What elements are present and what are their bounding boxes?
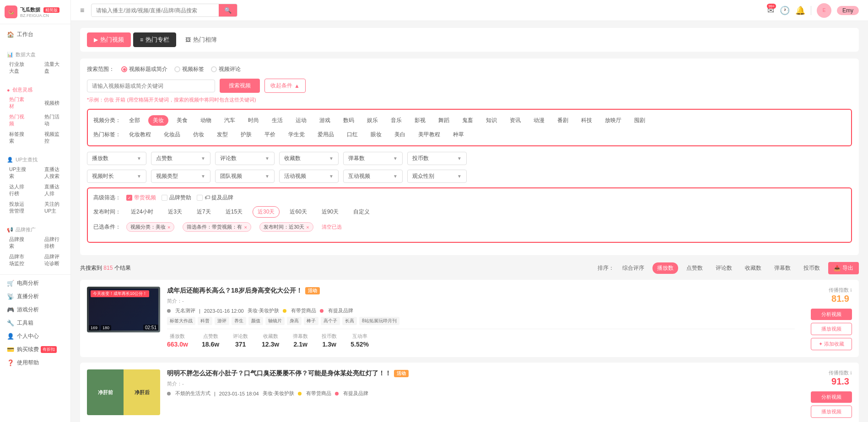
cat-item-digital[interactable]: 数码 — [339, 115, 359, 126]
tag-eye-makeup[interactable]: 眼妆 — [366, 129, 386, 140]
global-search-input[interactable] — [92, 5, 219, 16]
cat-item-car[interactable]: 汽车 — [220, 115, 240, 126]
time-60d[interactable]: 近60天 — [285, 207, 311, 217]
filter-audience-gender[interactable]: 观众性别 ▼ — [407, 170, 467, 183]
sidebar-item-brand-monitor[interactable]: 品牌市场监控 — [0, 251, 35, 269]
cat-item-sport[interactable]: 运动 — [291, 115, 311, 126]
sidebar-item-up-rank[interactable]: 达人排行榜 — [0, 182, 35, 199]
sidebar-item-brand-rank[interactable]: 品牌行排榜 — [35, 234, 70, 251]
condition-remove-time[interactable]: × — [306, 224, 309, 230]
cat-item-all[interactable]: 全部 — [124, 115, 145, 126]
video-thumb-1[interactable]: 今天改变！成年再长10公分！ 169 180 02:51 — [87, 287, 160, 332]
sidebar-item-data[interactable]: 📊 数据大盘 — [0, 48, 70, 59]
export-button[interactable]: 📥 导出 — [828, 262, 859, 274]
sort-comment[interactable]: 评论数 — [711, 262, 737, 274]
tag-favorites[interactable]: 爱用品 — [313, 129, 339, 140]
tag-nail-tutorial[interactable]: 美甲教程 — [414, 129, 445, 140]
sidebar-item-follow-up[interactable]: 关注的UP主 — [35, 199, 70, 216]
filter-duration[interactable]: 视频时长 ▼ — [87, 170, 146, 183]
keyword-input[interactable] — [87, 80, 215, 92]
sidebar-item-industry[interactable]: 行业放大盘 — [0, 59, 35, 76]
sidebar-item-brand[interactable]: 📢 品牌推广 — [0, 224, 70, 234]
filter-bullet-count[interactable]: 弹幕数 ▼ — [343, 152, 403, 165]
condition-remove-cat[interactable]: × — [167, 224, 170, 230]
analyze-video-btn-1[interactable]: 分析视频 — [811, 309, 852, 320]
collapse-button[interactable]: 收起条件 ▲ — [264, 79, 306, 93]
sidebar-item-video-rank[interactable]: 视频榜 — [35, 94, 70, 112]
tag-whitening[interactable]: 美白 — [390, 129, 410, 140]
cat-item-fashion[interactable]: 时尚 — [243, 115, 264, 126]
cat-item-life[interactable]: 生活 — [267, 115, 287, 126]
sidebar-item-creative[interactable]: ● 创意灵感 — [0, 84, 70, 94]
cat-item-food[interactable]: 美食 — [172, 115, 192, 126]
checkbox-品牌赞助[interactable]: 品牌赞助 — [162, 194, 191, 202]
time-3d[interactable]: 近3天 — [163, 207, 187, 217]
sidebar-item-tools[interactable]: 🔧 工具箱 — [0, 316, 70, 330]
cat-item-beauty[interactable]: 美妆 — [148, 115, 168, 126]
video-thumb-2[interactable]: 净肝前 净肝后 — [87, 369, 160, 415]
sort-play[interactable]: 播放数 — [652, 262, 678, 274]
add-collect-btn-1[interactable]: ✦ 添加收藏 — [811, 338, 852, 350]
tab-hot-special[interactable]: ≡ 热门专栏 — [133, 32, 176, 47]
scope-radio-title[interactable]: 视频标题或简介 — [121, 65, 167, 73]
tag-cosmetics[interactable]: 化妆品 — [159, 129, 185, 140]
time-7d[interactable]: 近7天 — [192, 207, 216, 217]
tag-makeup-tutorial[interactable]: 化妆教程 — [124, 129, 156, 140]
tag-skincare[interactable]: 护肤 — [236, 129, 256, 140]
sidebar-item-traffic[interactable]: 流量大盘 — [35, 59, 70, 76]
time-90d[interactable]: 近90天 — [317, 207, 343, 217]
sidebar-item-live[interactable]: 📡 直播分析 — [0, 290, 70, 303]
filter-video-type[interactable]: 视频类型 ▼ — [151, 170, 210, 183]
condition-remove-carry[interactable]: × — [244, 224, 247, 230]
mail-icon[interactable]: ✉ 99+ — [767, 5, 774, 16]
tab-hot-video[interactable]: ▶ 热门视频 — [87, 32, 131, 47]
search-video-button[interactable]: 搜索视频 — [220, 79, 260, 93]
cat-item-cinema[interactable]: 放映厅 — [600, 115, 626, 126]
cat-item-bangumi[interactable]: 番剧 — [553, 115, 573, 126]
sidebar-item-live-search[interactable]: 直播达人搜索 — [35, 164, 70, 182]
hamburger-menu[interactable]: ≡ — [80, 6, 84, 15]
sidebar-item-video-monitor[interactable]: 视频监控 — [35, 129, 70, 146]
tag-cosplay[interactable]: 仿妆 — [189, 129, 209, 140]
cat-item-music[interactable]: 音乐 — [386, 115, 406, 126]
filter-activity-video[interactable]: 活动视频 ▼ — [279, 170, 339, 183]
bell-icon[interactable]: 🔔 — [795, 5, 805, 16]
time-custom[interactable]: 自定义 — [349, 207, 374, 217]
tag-student[interactable]: 学生党 — [284, 129, 309, 140]
time-30d[interactable]: 近30天 — [253, 206, 280, 218]
clock-icon[interactable]: 🕐 — [780, 5, 790, 16]
tag-grass[interactable]: 种草 — [448, 129, 469, 140]
sidebar-item-game[interactable]: 🎮 游戏分析 — [0, 303, 70, 316]
sidebar-item-up-search[interactable]: UP主搜索 — [0, 164, 35, 182]
sort-bullet[interactable]: 弹幕数 — [770, 262, 795, 274]
sidebar-item-workbench[interactable]: 🏠 工作台 — [0, 28, 70, 41]
checkbox-提及品牌[interactable]: 🏷 提及品牌 — [197, 194, 233, 202]
play-video-btn-2[interactable]: 播放视频 — [811, 406, 852, 418]
filter-team-video[interactable]: 团队视频 ▼ — [215, 170, 275, 183]
scope-radio-comment[interactable]: 视频评论 — [211, 65, 241, 73]
sidebar-item-help[interactable]: ❓ 使用帮助 — [0, 356, 70, 369]
cat-item-knowledge[interactable]: 知识 — [481, 115, 501, 126]
sidebar-item-hot-material[interactable]: 热门素材 — [0, 94, 35, 112]
sort-coin[interactable]: 投币数 — [799, 262, 825, 274]
global-search-button[interactable]: 🔍 — [219, 4, 237, 16]
clear-conditions-button[interactable]: 清空已选 — [322, 224, 342, 230]
cat-item-ghost[interactable]: 鬼畜 — [458, 115, 478, 126]
cat-item-drama[interactable]: 囤剧 — [630, 115, 650, 126]
sidebar-item-hot-video[interactable]: 热门视频 — [0, 112, 35, 129]
time-15d[interactable]: 近15天 — [221, 207, 247, 217]
topbar-username[interactable]: Emy — [837, 7, 859, 14]
sidebar-item-brand-diag[interactable]: 品牌评论诊断 — [35, 251, 70, 269]
cat-item-dance[interactable]: 舞蹈 — [434, 115, 454, 126]
sidebar-item-ecom[interactable]: 🛒 电商分析 — [0, 277, 70, 290]
tab-hot-photo[interactable]: 🖼 热门相簿 — [178, 32, 224, 47]
sidebar-item-brand-search[interactable]: 品牌搜索 — [0, 234, 35, 251]
sidebar-item-up[interactable]: 👤 UP主查找 — [0, 154, 70, 164]
user-avatar[interactable]: E — [817, 3, 831, 18]
tag-budget[interactable]: 平价 — [260, 129, 280, 140]
play-video-btn-1[interactable]: 播放视频 — [811, 323, 852, 335]
cat-item-film[interactable]: 影视 — [410, 115, 430, 126]
sidebar-item-tag-search[interactable]: 标签搜索 — [0, 129, 35, 146]
analyze-video-btn-2[interactable]: 分析视频 — [811, 391, 852, 403]
checkbox-带货视频[interactable]: ✓ 带货视频 — [126, 194, 156, 202]
